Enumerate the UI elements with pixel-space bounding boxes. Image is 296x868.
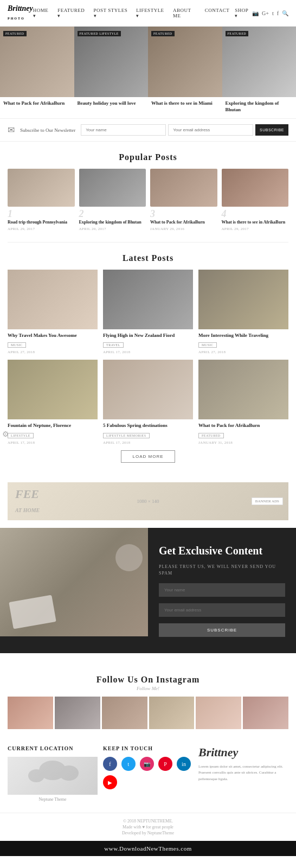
- load-more-wrap: LOAD MORE: [8, 445, 288, 474]
- copyright-text: © 2018 NEPTUNETHEME.: [8, 819, 288, 824]
- popular-post-1[interactable]: 1 Road trip through Pennsylvania APRIL 2…: [8, 169, 75, 231]
- svg-point-2: [59, 765, 79, 781]
- banner-ad: FEEAT HOME 1080 × 140 BANNER ADS: [8, 482, 288, 520]
- hero-badge-1: FEATURED: [3, 31, 27, 36]
- instagram-section: Follow Us On Instagram Follow Me!: [0, 653, 296, 735]
- footer-instagram-icon[interactable]: 📷: [140, 757, 154, 771]
- nav-links: HOME ▾ FEATURED ▾ POST STYLES ▾ LIFESTYL…: [33, 8, 252, 18]
- footer-description: Lorem ipsum dolor sit amet, consectetur …: [198, 764, 288, 782]
- hero-caption-2: Beauty holiday you will love: [74, 97, 149, 112]
- instagram-grid: [0, 697, 296, 729]
- hero-badge-2: FEATURED LIFESTYLE: [78, 31, 121, 36]
- banner-ad-text: FEEAT HOME: [15, 487, 40, 515]
- instagram-photo-6[interactable]: [243, 697, 288, 729]
- hero-item-1[interactable]: FEATURED What to Pack for AfrikaBurn: [0, 27, 74, 118]
- latest-post-6[interactable]: What to Pack for AfrikaBurn FEATURED JAN…: [198, 360, 288, 445]
- exclusive-subtitle: PLEASE TRUST US, WE WILL NEVER SEND YOU …: [159, 564, 285, 577]
- footer-widgets: Current Location Neptune Theme Keep In T…: [0, 735, 296, 813]
- newsletter-label: Subscribe to Our Newsletter: [20, 127, 75, 133]
- send-icon: ✉: [8, 125, 15, 135]
- instagram-photo-4[interactable]: [149, 697, 195, 729]
- newsletter-bar: ✉ Subscribe to Our Newsletter SUBSCRIBE: [0, 118, 296, 142]
- exclusive-title: Get Exclusive Content: [159, 544, 285, 557]
- hero-caption-1: What to Pack for AfrikaBurn: [0, 97, 74, 112]
- footer-location-col: Current Location Neptune Theme: [8, 745, 98, 802]
- footer-contact-title: Keep In Touch: [103, 745, 193, 751]
- newsletter-email-input[interactable]: [168, 124, 253, 136]
- instagram-photo-5[interactable]: [196, 697, 241, 729]
- twitter-icon[interactable]: t: [272, 10, 274, 16]
- navigation: Brittney PHOTO HOME ▾ FEATURED ▾ POST ST…: [0, 0, 296, 27]
- popular-post-2[interactable]: 2 Exploring the kingdom of Bhutan APRIL …: [79, 169, 146, 231]
- banner-size-label: 1080 × 140: [137, 499, 159, 504]
- popular-posts-grid: 1 Road trip through Pennsylvania APRIL 2…: [0, 169, 296, 241]
- newsletter-subscribe-button[interactable]: SUBSCRIBE: [255, 124, 288, 136]
- latest-posts-title: Latest Posts: [0, 242, 296, 270]
- nav-about[interactable]: ABOUT ME: [173, 8, 200, 18]
- exclusive-subscribe-button[interactable]: SUBSCRIBE: [159, 623, 285, 637]
- footer-bottom: © 2018 NEPTUNETHEME. Made with ♥ for gre…: [0, 813, 296, 841]
- facebook-icon[interactable]: f: [277, 10, 279, 16]
- instagram-follow-label: Follow Me!: [0, 686, 296, 691]
- exclusive-section: Get Exclusive Content PLEASE TRUST US, W…: [0, 528, 296, 653]
- latest-posts-grid: Why Travel Makes You Awesome MUSIC APRIL…: [8, 270, 288, 445]
- footer-twitter-icon[interactable]: t: [121, 757, 136, 771]
- search-icon[interactable]: 🔍: [282, 10, 288, 16]
- hero-item-3[interactable]: FEATURED What is there to see in Miami: [148, 27, 222, 118]
- latest-post-2[interactable]: Flying High in New Zealand Fiord TRAVEL …: [103, 270, 193, 355]
- nav-post-styles[interactable]: POST STYLES ▾: [94, 8, 131, 18]
- footer-location-title: Current Location: [8, 745, 98, 751]
- footer-linkedin-icon[interactable]: in: [177, 757, 191, 771]
- site-logo[interactable]: Brittney PHOTO: [8, 4, 33, 22]
- nav-home[interactable]: HOME ▾: [33, 8, 53, 18]
- hero-caption-3: What is there to see in Miami: [148, 97, 222, 112]
- instagram-title: Follow Us On Instagram: [0, 664, 296, 686]
- footer-logo: Brittney: [198, 745, 288, 760]
- exclusive-email-input[interactable]: [159, 603, 285, 617]
- settings-icon[interactable]: ⚙: [2, 430, 9, 439]
- latest-post-3[interactable]: More Interesting While Traveling MUSIC A…: [198, 270, 288, 355]
- newsletter-form: SUBSCRIBE: [81, 124, 288, 136]
- latest-post-5[interactable]: 5 Fabulous Spring destinations LIFESTYLE…: [103, 360, 193, 445]
- footer-brand-col: Brittney Lorem ipsum dolor sit amet, con…: [198, 745, 288, 802]
- footer-location-label: Neptune Theme: [8, 795, 98, 802]
- download-banner[interactable]: www.DownloadNewThemes.com: [0, 841, 296, 856]
- camera-icon[interactable]: 📷: [252, 10, 259, 16]
- nav-shop[interactable]: SHOP ▾: [235, 8, 252, 18]
- hero-badge-4: FEATURED: [226, 31, 249, 36]
- popular-post-3[interactable]: 3 What to Pack for AfrikaBurn JANUARY 29…: [150, 169, 217, 231]
- hero-slider: FEATURED What to Pack for AfrikaBurn FEA…: [0, 27, 296, 118]
- hero-item-4[interactable]: FEATURED Exploring the kingdom of Bhutan: [222, 27, 297, 118]
- exclusive-image: [0, 528, 148, 636]
- footer-social-icons: f t 📷 P in ▶: [103, 757, 193, 789]
- hero-item-2[interactable]: FEATURED LIFESTYLE Beauty holiday you wi…: [74, 27, 149, 118]
- footer-pinterest-icon[interactable]: P: [158, 757, 172, 771]
- latest-post-4[interactable]: Fountain of Neptune, Florence LIFESTYLE …: [8, 360, 98, 445]
- nav-contact[interactable]: CONTACT: [205, 8, 229, 18]
- footer-credit-1: Made with ♥ for great people: [8, 825, 288, 829]
- footer-credit-2: Developed by NeptuneTheme: [8, 831, 288, 835]
- newsletter-name-input[interactable]: [81, 124, 166, 136]
- footer-youtube-icon[interactable]: ▶: [103, 775, 117, 789]
- nav-social-icons: 📷 G+ t f 🔍: [252, 10, 288, 16]
- hero-badge-3: FEATURED: [151, 31, 175, 36]
- nav-featured[interactable]: FEATURED ▾: [57, 8, 88, 18]
- nav-lifestyle[interactable]: LIFESTYLE ▾: [136, 8, 168, 18]
- instagram-photo-3[interactable]: [102, 697, 147, 729]
- instagram-photo-1[interactable]: [8, 697, 53, 729]
- exclusive-content: Get Exclusive Content PLEASE TRUST US, W…: [148, 528, 296, 653]
- load-more-button[interactable]: LOAD MORE: [121, 450, 175, 463]
- popular-posts-title: Popular Posts: [0, 142, 296, 169]
- exclusive-name-input[interactable]: [159, 583, 285, 597]
- hero-caption-4: Exploring the kingdom of Bhutan: [222, 97, 297, 118]
- banner-label[interactable]: BANNER ADS: [252, 497, 283, 505]
- latest-post-1[interactable]: Why Travel Makes You Awesome MUSIC APRIL…: [8, 270, 98, 355]
- popular-post-4[interactable]: 4 What is there to see in AfrikaBurn APR…: [222, 169, 289, 231]
- footer-map: [8, 757, 98, 795]
- footer-contact-col: Keep In Touch f t 📷 P in ▶: [103, 745, 193, 802]
- latest-posts-section: Why Travel Makes You Awesome MUSIC APRIL…: [0, 270, 296, 482]
- googleplus-icon[interactable]: G+: [262, 10, 269, 16]
- footer-facebook-icon[interactable]: f: [103, 757, 117, 771]
- instagram-photo-2[interactable]: [55, 697, 100, 729]
